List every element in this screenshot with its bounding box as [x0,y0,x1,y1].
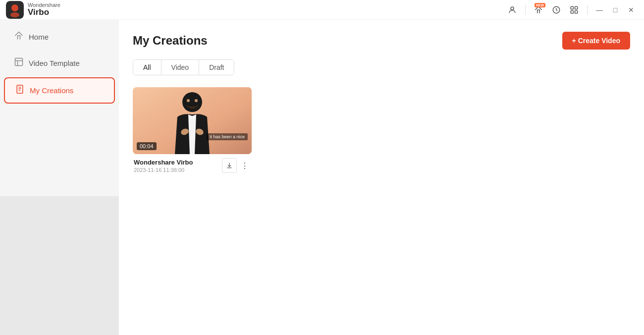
download-button[interactable] [222,158,237,173]
apps-icon-btn[interactable] [566,2,582,18]
svg-rect-5 [571,6,573,9]
content-area: My Creations + Create Video All Video Dr… [119,20,644,335]
create-video-button[interactable]: + Create Video [562,32,630,50]
svg-point-3 [511,7,514,10]
svg-rect-10 [17,85,23,94]
template-icon [14,57,24,69]
app-logo [6,1,24,19]
svg-rect-6 [575,6,578,9]
home-icon [14,31,24,43]
svg-point-15 [187,99,190,102]
video-date: 2023-11-16 11:38:00 [134,167,222,173]
title-bar: Wondershare Virbo NEW — □ ✕ [0,0,644,20]
sidebar-template-label: Video Template [29,59,80,67]
sidebar-home-label: Home [29,33,49,41]
tabs-bar: All Video Draft [133,59,234,75]
user-icon-btn[interactable] [504,2,520,18]
sidebar-item-my-creations[interactable]: My Creations [4,77,115,104]
video-actions: ⋮ [222,158,251,173]
separator [525,5,526,15]
subtitle-text: It has been a nice [207,133,248,140]
more-options-button[interactable]: ⋮ [239,160,251,171]
tab-all[interactable]: All [133,60,161,75]
sidebar: Home Video Template My Creations [0,20,119,335]
maximize-button[interactable]: □ [608,3,622,17]
video-info: Wondershare Virbo 2023-11-16 11:38:00 ⋮ [133,158,252,173]
new-badge: NEW [535,3,545,7]
svg-point-2 [10,12,19,17]
video-grid: It has been a nice 00:04 Wondershare Vir… [133,87,630,173]
app-branding: Wondershare Virbo [6,1,60,19]
video-title-area: Wondershare Virbo 2023-11-16 11:38:00 [134,159,222,173]
app-name-bottom: Virbo [28,8,60,17]
home-icon-btn[interactable]: NEW [531,2,546,18]
video-thumbnail[interactable]: It has been a nice 00:04 [133,87,252,154]
svg-rect-8 [575,10,578,13]
svg-point-1 [11,4,18,11]
minimize-button[interactable]: — [592,3,606,17]
sidebar-item-video-template[interactable]: Video Template [4,51,115,75]
main-layout: Home Video Template My Creations My Crea… [0,20,644,335]
svg-point-12 [182,92,202,112]
tab-video[interactable]: Video [161,60,200,75]
page-title: My Creations [133,34,208,48]
sidebar-creations-label: My Creations [30,86,73,95]
video-title: Wondershare Virbo [134,159,222,166]
svg-point-16 [195,99,198,102]
duration-badge: 00:04 [137,142,157,150]
svg-rect-7 [571,10,573,13]
video-card: It has been a nice 00:04 Wondershare Vir… [133,87,252,173]
app-name: Wondershare Virbo [28,2,60,17]
title-bar-right: NEW — □ ✕ [504,2,638,18]
tab-draft[interactable]: Draft [199,60,234,75]
close-button[interactable]: ✕ [624,3,638,17]
sidebar-item-home[interactable]: Home [4,25,115,49]
sidebar-bottom-area [0,196,119,335]
svg-rect-9 [15,58,23,66]
separator2 [587,5,588,15]
creations-icon [15,84,25,97]
content-header: My Creations + Create Video [133,32,630,50]
history-icon-btn[interactable] [548,2,564,18]
